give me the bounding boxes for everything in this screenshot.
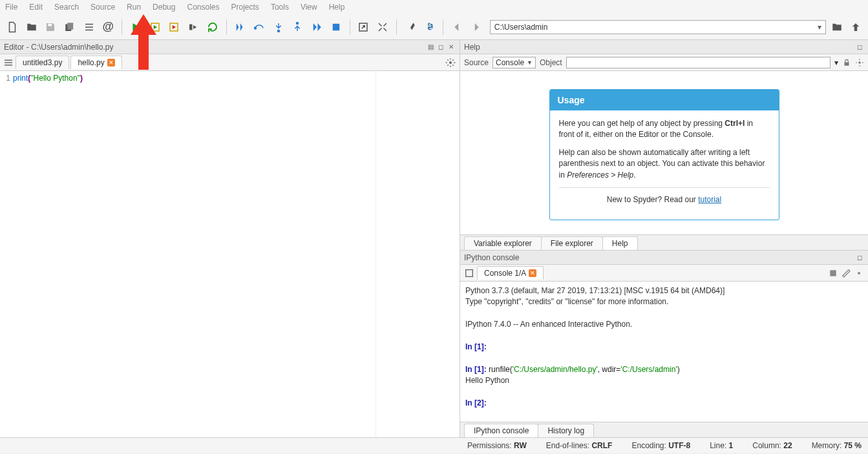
svg-point-9 [255, 27, 257, 29]
source-label: Source [464, 58, 489, 67]
menu-tools[interactable]: Tools [271, 3, 289, 12]
fullscreen-icon[interactable] [374, 19, 391, 36]
run-icon[interactable] [127, 19, 144, 36]
nav-back-icon[interactable] [449, 19, 465, 36]
menu-view[interactable]: View [301, 3, 317, 12]
menu-projects[interactable]: Projects [231, 3, 259, 12]
lock-icon[interactable] [842, 58, 851, 67]
step-over-icon[interactable] [251, 19, 268, 36]
menu-run[interactable]: Run [127, 3, 141, 12]
list-icon[interactable] [81, 19, 98, 36]
continue-icon[interactable] [308, 19, 325, 36]
stop-console-icon[interactable] [828, 268, 838, 278]
console-bottom-tabs: IPython console History log [460, 422, 868, 437]
maximize-icon[interactable] [355, 19, 372, 36]
run-cell-advance-icon[interactable] [165, 19, 182, 36]
run-selection-icon[interactable] [185, 19, 202, 36]
debug-icon[interactable] [232, 19, 249, 36]
status-line: Line: 1 [710, 441, 733, 450]
nav-forward-icon[interactable] [468, 19, 485, 36]
tab-history-log[interactable]: History log [538, 424, 594, 437]
editor-pane-title: Editor - C:\Users\admin\hello.py ▤ ◻ ✕ [0, 40, 460, 54]
line-gutter: 1 [0, 71, 13, 437]
menu-debug[interactable]: Debug [153, 3, 175, 12]
editor-title-text: Editor - C:\Users\admin\hello.py [4, 43, 113, 52]
pane-undock-icon[interactable]: ◻ [855, 253, 864, 262]
help-pane-title: Help ◻ [460, 40, 868, 54]
svg-point-23 [858, 272, 860, 274]
editor-tabs: untitled3.py hello.py✕ [0, 54, 460, 71]
save-icon[interactable] [42, 19, 59, 36]
gear-icon[interactable] [855, 58, 864, 67]
status-bar: Permissions: RW End-of-lines: CRLF Encod… [0, 437, 868, 453]
tab-help[interactable]: Help [602, 236, 638, 250]
usage-para1: Here you can get help of any object by p… [559, 118, 770, 141]
close-tab-icon[interactable]: ✕ [107, 59, 115, 67]
svg-point-14 [428, 23, 429, 25]
console-pane: IPython console ◻ Console 1/A✕ Python 3.… [460, 250, 868, 437]
editor-tab-hello[interactable]: hello.py✕ [70, 56, 122, 69]
step-into-icon[interactable] [270, 19, 287, 36]
menu-search[interactable]: Search [54, 3, 79, 12]
pane-undock-icon[interactable]: ◻ [436, 43, 445, 52]
chevron-down-icon[interactable]: ▾ [834, 58, 838, 67]
working-dir-value: C:\Users\admin [494, 23, 548, 32]
status-permissions: Permissions: RW [467, 441, 527, 450]
status-memory: Memory: 75 % [812, 441, 862, 450]
tab-file-explorer[interactable]: File explorer [541, 236, 603, 250]
help-bottom-tabs: Variable explorer File explorer Help [460, 234, 868, 250]
open-file-icon[interactable] [23, 19, 40, 36]
rerun-icon[interactable] [204, 19, 221, 36]
preferences-icon[interactable] [402, 19, 419, 36]
usage-card: Usage Here you can get help of any objec… [549, 89, 779, 220]
svg-point-18 [449, 61, 452, 64]
help-toolbar: Source Console▼ Object ▾ [460, 54, 868, 71]
menu-file[interactable]: File [5, 3, 17, 12]
object-input[interactable] [566, 57, 831, 68]
svg-rect-19 [845, 62, 849, 65]
object-label: Object [540, 58, 562, 67]
menu-bar: File Edit Search Source Run Debug Consol… [0, 0, 868, 14]
code-editor[interactable]: 1 print("Hello Python") [0, 71, 460, 437]
browse-dir-icon[interactable] [829, 19, 845, 36]
working-dir-combo[interactable]: C:\Users\admin ▾ [490, 20, 826, 34]
tab-variable-explorer[interactable]: Variable explorer [464, 236, 542, 250]
svg-point-10 [277, 30, 279, 32]
tab-list-icon[interactable] [3, 57, 14, 68]
python-path-icon[interactable] [421, 19, 438, 36]
svg-rect-0 [48, 23, 52, 26]
right-panel: Help ◻ Source Console▼ Object ▾ Usage He… [460, 40, 868, 437]
editor-tab-untitled3[interactable]: untitled3.py [16, 56, 69, 69]
step-out-icon[interactable] [290, 19, 306, 36]
editor-gear-icon[interactable] [445, 57, 456, 68]
help-content: Usage Here you can get help of any objec… [460, 71, 868, 234]
at-icon[interactable]: @ [100, 19, 116, 36]
pane-undock-icon[interactable]: ◻ [855, 43, 864, 52]
console-tabs: Console 1/A✕ [460, 265, 868, 282]
close-tab-icon[interactable]: ✕ [529, 269, 536, 277]
menu-consoles[interactable]: Consoles [187, 3, 219, 12]
parent-dir-icon[interactable] [847, 19, 864, 36]
run-cell-icon[interactable] [147, 19, 164, 36]
pane-options-icon[interactable]: ▤ [426, 43, 435, 52]
main-toolbar: @ C:\Users\admin ▾ [0, 14, 868, 40]
status-encoding: Encoding: UTF-8 [631, 441, 690, 450]
gear-icon[interactable] [854, 268, 864, 278]
console-output[interactable]: Python 3.7.3 (default, Mar 27 2019, 17:1… [460, 282, 868, 422]
menu-edit[interactable]: Edit [29, 3, 43, 12]
menu-help[interactable]: Help [329, 3, 345, 12]
clear-console-icon[interactable] [841, 268, 851, 278]
new-file-icon[interactable] [4, 19, 21, 36]
tab-ipython-console[interactable]: IPython console [464, 424, 538, 437]
stop-icon[interactable] [328, 19, 344, 36]
chevron-down-icon: ▾ [818, 23, 821, 32]
source-combo[interactable]: Console▼ [492, 57, 536, 68]
tab-list-icon[interactable] [464, 268, 474, 278]
chevron-down-icon: ▼ [527, 59, 533, 66]
save-all-icon[interactable] [61, 19, 78, 36]
menu-source[interactable]: Source [90, 3, 115, 12]
tutorial-link[interactable]: tutorial [698, 195, 721, 204]
code-line-1: print("Hello Python") [13, 74, 376, 83]
pane-close-icon[interactable]: ✕ [447, 43, 456, 52]
console-tab[interactable]: Console 1/A✕ [477, 266, 544, 280]
